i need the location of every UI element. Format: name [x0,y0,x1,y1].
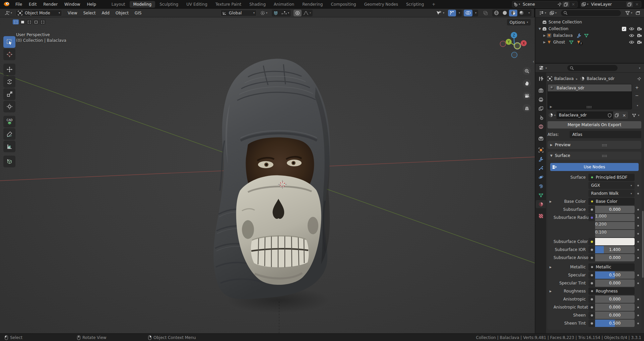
merge-materials-button[interactable]: Merge Materials On Export [548,121,641,129]
expand-caret[interactable]: ▶ [542,40,547,44]
properties-options-dropdown[interactable]: ▾ [636,65,642,71]
remove-viewlayer-button[interactable]: × [634,2,640,7]
proportional-editing-toggle[interactable] [294,10,302,16]
subsurface-ior-slider[interactable]: 1.400 [595,246,635,253]
remove-slot-button[interactable]: − [633,92,641,99]
tab-output[interactable] [536,95,546,103]
sheen-tint-slider[interactable]: 0.500 [595,320,635,327]
tab-shading[interactable]: Shading [246,1,269,8]
tab-animation[interactable]: Animation [270,1,298,8]
radius-x-slider[interactable]: 1.000 [595,214,635,221]
sss-method-dropdown[interactable]: Random Walk ▾ [588,190,635,197]
editor-type-button[interactable]: ▾ [3,10,14,16]
material-slot-item[interactable]: Balaclava_sdr [548,84,632,91]
shading-material-button[interactable] [509,10,517,16]
tab-object-data[interactable] [536,191,546,199]
panel-drag-grip[interactable] [602,144,607,146]
material-link-dropdown[interactable]: ▾ [630,111,641,119]
select-mode-invert[interactable] [33,19,39,24]
tab-rendering[interactable]: Rendering [299,1,326,8]
value-socket[interactable] [588,271,595,279]
new-viewlayer-button[interactable] [626,2,633,7]
use-nodes-button[interactable]: Use Nodes [550,163,639,171]
select-mode-subtract[interactable] [26,19,32,24]
new-scene-button[interactable] [563,2,569,7]
tab-scene[interactable] [536,113,546,121]
outliner-display-mode-dropdown[interactable]: ▾ [548,10,558,16]
subsurface-anisotropy-slider[interactable]: 0.000 [595,254,635,261]
tool-measure[interactable] [3,141,15,152]
pin-id-icon[interactable] [637,77,641,81]
tab-geometry-nodes[interactable]: Geometry Nodes [361,1,402,8]
properties-editor-type-button[interactable]: ▾ [537,65,549,71]
value-socket[interactable] [588,304,595,311]
blender-logo-icon[interactable] [3,1,10,7]
expand-caret[interactable]: ▶ [542,34,547,37]
add-workspace-button[interactable]: + [428,1,439,8]
outliner-search-input[interactable] [561,10,621,16]
browse-material-dropdown[interactable]: ▾ [548,111,557,119]
render-camera-icon[interactable] [637,40,642,44]
outliner-row-balaclava[interactable]: ▶ Balaclava [537,32,644,39]
atlas-input[interactable]: Atlas [570,131,641,138]
gizmos-toggle[interactable] [448,10,456,16]
render-camera-icon[interactable] [637,33,642,37]
scene-selector[interactable]: ▾ Scene × [512,1,578,8]
tab-render[interactable] [536,86,546,94]
value-socket[interactable] [588,246,595,253]
tool-add-cube[interactable] [3,156,15,167]
tab-view-layer[interactable] [536,104,546,112]
subsurface-color-swatch[interactable] [595,238,635,245]
shading-rendered-button[interactable] [517,10,526,16]
outliner-editor-type-button[interactable]: ▾ [537,10,548,16]
filter-dropdown[interactable]: ▾ [624,10,634,16]
tool-scale[interactable] [3,88,15,100]
value-socket[interactable] [588,279,595,287]
expand-caret[interactable]: ▼ [537,27,542,30]
object-visibility-dropdown[interactable]: ▾ [434,10,446,16]
menu-window[interactable]: Window [61,0,83,9]
overlays-dropdown[interactable]: ▾ [472,10,478,16]
snap-settings-dropdown[interactable]: ▾ [280,10,291,16]
add-slot-button[interactable]: + [633,84,641,91]
mode-dropdown[interactable]: Object Mode ▾ [16,10,62,16]
surface-shader-field[interactable]: Principled BSDF [588,174,635,181]
tool-cad-sketcher[interactable]: CAD [3,116,15,127]
tab-modeling[interactable]: Modeling [130,1,155,8]
specular-slider[interactable]: 0.500 [595,271,635,279]
viewport-canvas[interactable]: User Perspective (0) Collection | Balacl… [0,17,535,333]
new-collection-button[interactable] [634,10,642,16]
properties-search-input[interactable] [567,65,618,71]
render-camera-icon[interactable] [637,27,642,31]
value-socket[interactable] [588,206,595,213]
breadcrumb-object[interactable]: Balaclava [554,76,574,81]
shading-dropdown[interactable]: ▾ [526,10,531,16]
tab-scripting[interactable]: Scripting [402,1,428,8]
subsurface-value-slider[interactable]: 0.000 [595,206,635,213]
fake-user-shield-button[interactable] [606,111,613,119]
outliner-row-collection[interactable]: ▼ Collection ✓ [537,25,644,32]
anisotropic-rotation-slider[interactable]: 0.000 [595,304,635,311]
collection-checkbox[interactable]: ✓ [622,27,626,31]
tab-physics[interactable] [536,173,546,181]
preview-panel-header[interactable]: ▶ Preview [548,141,641,149]
options-dropdown[interactable]: Options▾ [507,19,531,25]
menu-add[interactable]: Add [99,11,113,15]
expand-icon[interactable]: ▶ [550,290,554,293]
select-mode-extend[interactable] [19,19,25,24]
tab-world[interactable] [536,122,546,131]
menu-edit[interactable]: Edit [25,0,40,9]
menu-select[interactable]: Select [80,11,99,15]
sheen-slider[interactable]: 0.000 [595,312,635,319]
surface-panel-header[interactable]: ▼ Surface [548,152,641,160]
tool-select-box[interactable] [3,36,15,48]
breadcrumb-material[interactable]: Balaclava_sdr [587,76,615,81]
color-socket[interactable] [588,238,595,245]
scene-name[interactable]: Scene [520,2,543,7]
tab-tool[interactable] [536,75,546,83]
unlink-scene-button[interactable]: × [570,2,577,7]
panel-drag-grip[interactable] [602,155,607,157]
vector-socket[interactable] [588,214,595,221]
tool-transform[interactable] [3,101,15,112]
roughness-texture-field[interactable]: Roughness [588,287,635,295]
